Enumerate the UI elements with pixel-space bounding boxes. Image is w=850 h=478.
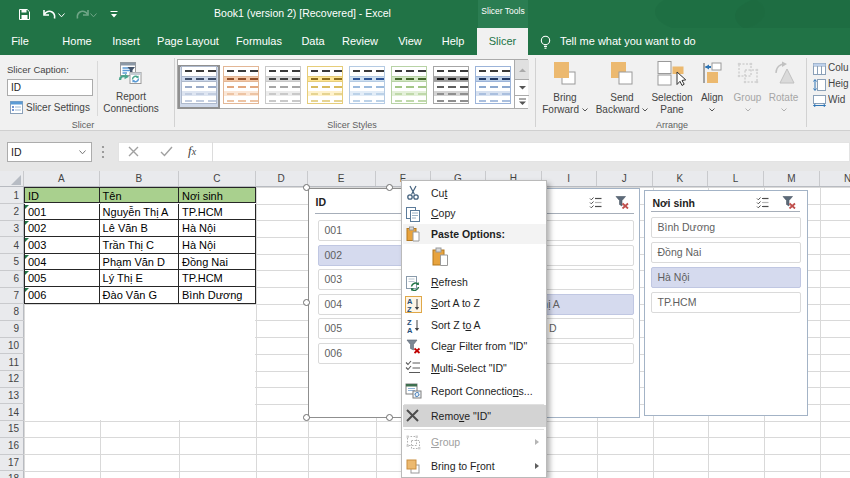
- svg-text:A: A: [407, 326, 413, 335]
- svg-text:Z: Z: [407, 304, 412, 313]
